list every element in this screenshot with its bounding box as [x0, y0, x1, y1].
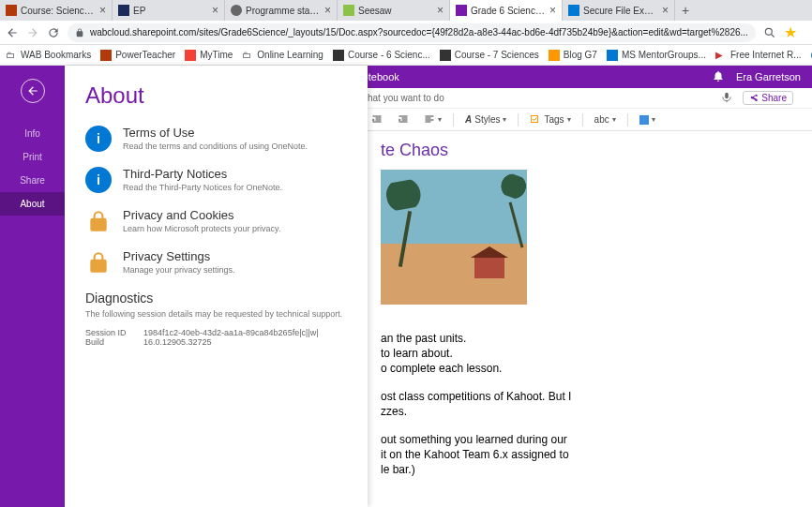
tab-0[interactable]: Course: Sciences 6 (2019-2×: [0, 0, 113, 21]
close-icon[interactable]: ×: [662, 4, 669, 17]
diagnostics-sub: The following session details may be req…: [85, 309, 347, 319]
tab-1[interactable]: EP×: [113, 0, 225, 21]
url-input[interactable]: wabcloud.sharepoint.com/sites/Grade6Scie…: [68, 23, 756, 42]
lock-icon: [85, 208, 112, 234]
tab-4[interactable]: Grade 6 Science Notebook×: [450, 0, 563, 21]
document-image: [381, 170, 527, 305]
spellcheck-button[interactable]: abc▾: [591, 112, 620, 127]
lock-icon: [75, 28, 84, 37]
share-button[interactable]: Share: [743, 91, 793, 105]
sidebar-info[interactable]: Info: [0, 122, 65, 145]
svg-rect-1: [726, 92, 729, 97]
info-icon: i: [85, 126, 112, 152]
bookmark[interactable]: Blog G7: [549, 50, 597, 61]
diagnostics-heading: Diagnostics: [85, 291, 347, 306]
reload-button[interactable]: [47, 25, 60, 40]
backstage-sidebar: Info Print Share About: [0, 66, 65, 507]
tab-3[interactable]: Seesaw×: [338, 0, 450, 21]
close-icon[interactable]: ×: [212, 4, 218, 17]
about-terms[interactable]: i Terms of UseRead the terms and conditi…: [85, 126, 347, 152]
browser-tabs: Course: Sciences 6 (2019-2× EP× Programm…: [0, 0, 812, 21]
svg-point-0: [765, 28, 772, 35]
back-button[interactable]: [21, 79, 45, 103]
diag-build: Build16.0.12905.32725: [85, 337, 347, 347]
about-panel: About i Terms of UseRead the terms and c…: [65, 66, 368, 507]
bookmark[interactable]: Course - 7 Sciences: [440, 50, 539, 61]
paragraph: out something you learned during ourit o…: [381, 432, 799, 477]
paint-button[interactable]: ▾: [636, 113, 659, 127]
new-tab-button[interactable]: +: [675, 3, 696, 18]
url-text: wabcloud.sharepoint.com/sites/Grade6Scie…: [90, 27, 748, 37]
paragraph: an the past units.to learn about.o compl…: [381, 331, 799, 376]
bookmark[interactable]: 🗀Online Learning: [242, 50, 323, 61]
forward-button[interactable]: [26, 25, 39, 40]
bookmark[interactable]: ▶Free Internet R...: [715, 50, 802, 61]
user-name[interactable]: Era Garretson: [736, 71, 801, 82]
bookmark[interactable]: Course - 6 Scienc...: [333, 50, 430, 61]
sidebar-share[interactable]: Share: [0, 169, 65, 192]
bell-icon[interactable]: [712, 69, 725, 84]
tab-5[interactable]: Secure File Exchange a85bl×: [563, 0, 675, 21]
about-heading: About: [85, 82, 347, 109]
back-button[interactable]: [6, 25, 19, 40]
bookmark[interactable]: 🗀WAB Bookmarks: [6, 50, 91, 61]
tellme-input[interactable]: hat you want to do: [368, 93, 720, 103]
indent-button[interactable]: [394, 112, 413, 127]
bookmark[interactable]: MyTime: [185, 50, 233, 61]
paragraph: ost class competitions of Kahoot. But Iz…: [381, 389, 799, 419]
align-button[interactable]: ▾: [420, 112, 445, 127]
diag-session: Session ID1984f1c2-40eb-43d2-aa1a-89ca84…: [85, 328, 347, 337]
svg-rect-2: [532, 115, 538, 122]
about-third-party[interactable]: i Third-Party NoticesRead the Third-Part…: [85, 167, 347, 193]
page-title: te Chaos: [381, 141, 799, 160]
info-icon: i: [85, 167, 112, 193]
styles-button[interactable]: AStyles▾: [461, 112, 510, 127]
close-icon[interactable]: ×: [437, 4, 444, 17]
sidebar-about[interactable]: About: [0, 192, 65, 216]
bookmarks-bar: 🗀WAB Bookmarks PowerTeacher MyTime 🗀Onli…: [0, 45, 812, 66]
lock-icon: [85, 249, 112, 276]
document-body[interactable]: te Chaos an the past units.to learn abou…: [368, 131, 812, 507]
dictate-icon[interactable]: [720, 91, 733, 106]
bookmark[interactable]: PowerTeacher: [100, 50, 175, 61]
address-bar: wabcloud.sharepoint.com/sites/Grade6Scie…: [0, 21, 812, 45]
bookmark[interactable]: MS MentorGroups...: [607, 50, 706, 61]
close-icon[interactable]: ×: [549, 4, 556, 17]
about-privacy-settings[interactable]: Privacy SettingsManage your privacy sett…: [85, 249, 347, 276]
close-icon[interactable]: ×: [324, 4, 331, 17]
star-icon[interactable]: ★: [784, 25, 797, 40]
tab-2[interactable]: Programme standards and p×: [225, 0, 338, 21]
about-privacy-cookies[interactable]: Privacy and CookiesLearn how Microsoft p…: [85, 208, 347, 234]
outdent-button[interactable]: [368, 112, 386, 127]
sidebar-print[interactable]: Print: [0, 145, 65, 169]
close-icon[interactable]: ×: [99, 4, 106, 17]
zoom-icon[interactable]: [763, 25, 776, 40]
tags-button[interactable]: Tags▾: [526, 112, 574, 127]
